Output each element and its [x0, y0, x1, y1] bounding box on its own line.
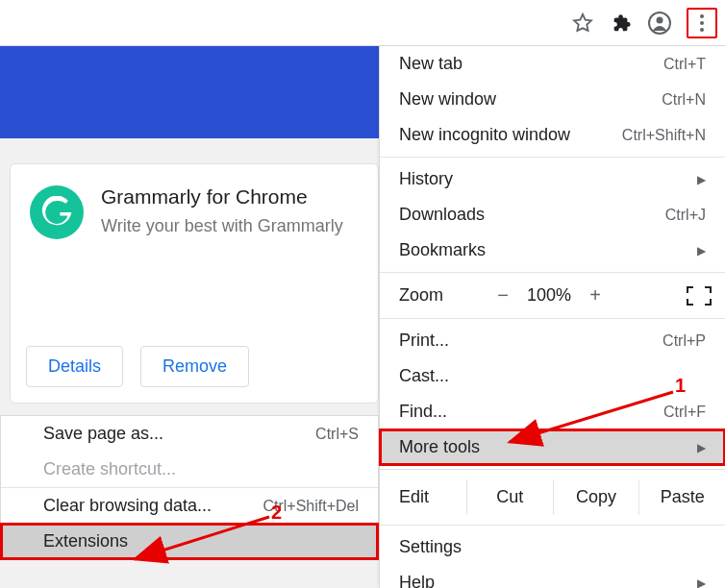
submenu-item-label: Extensions	[43, 531, 359, 551]
fullscreen-icon[interactable]	[687, 286, 712, 306]
star-icon[interactable]	[571, 12, 594, 35]
puzzle-icon[interactable]	[610, 12, 633, 35]
copy-button[interactable]: Copy	[553, 479, 639, 515]
menu-item-shortcut: Ctrl+J	[665, 207, 706, 224]
zoom-out-button[interactable]: −	[486, 284, 520, 306]
menu-item-label: Help	[399, 573, 697, 588]
submenu-clear-data[interactable]: Clear browsing data... Ctrl+Shift+Del	[1, 488, 378, 524]
edit-label: Edit	[399, 487, 466, 507]
submenu-item-label: Save page as...	[43, 424, 315, 444]
menu-item-shortcut: Ctrl+N	[662, 91, 706, 109]
menu-item-label: Print...	[399, 331, 662, 351]
chrome-main-menu: New tab Ctrl+T New window Ctrl+N New inc…	[379, 46, 725, 588]
menu-new-incognito[interactable]: New incognito window Ctrl+Shift+N	[380, 117, 725, 153]
menu-help[interactable]: Help ▶	[380, 565, 725, 588]
details-button[interactable]: Details	[26, 346, 123, 387]
menu-item-label: Cast...	[399, 366, 706, 386]
menu-item-label: Find...	[399, 402, 663, 422]
menu-item-label: New window	[399, 89, 662, 110]
chevron-right-icon: ▶	[697, 173, 706, 186]
menu-item-label: Downloads	[399, 205, 665, 225]
menu-new-window[interactable]: New window Ctrl+N	[380, 82, 725, 117]
submenu-item-label: Clear browsing data...	[43, 496, 262, 516]
menu-item-label: New incognito window	[399, 125, 622, 145]
extension-subtitle: Write your best with Grammarly	[101, 216, 343, 236]
remove-button[interactable]: Remove	[140, 346, 249, 387]
menu-item-label: Bookmarks	[399, 240, 697, 260]
menu-settings[interactable]: Settings	[380, 529, 725, 565]
menu-print[interactable]: Print... Ctrl+P	[380, 323, 725, 358]
menu-separator	[380, 525, 725, 526]
menu-more-tools[interactable]: More tools ▶	[380, 429, 725, 465]
menu-history[interactable]: History ▶	[380, 161, 725, 197]
svg-point-1	[657, 16, 663, 23]
chevron-right-icon: ▶	[697, 441, 706, 454]
submenu-item-shortcut: Ctrl+S	[315, 426, 359, 443]
zoom-value: 100%	[520, 285, 578, 306]
extension-title: Grammarly for Chrome	[101, 185, 343, 208]
cut-button[interactable]: Cut	[466, 479, 553, 515]
paste-button[interactable]: Paste	[638, 479, 725, 515]
menu-separator	[380, 318, 725, 319]
menu-downloads[interactable]: Downloads Ctrl+J	[380, 197, 725, 233]
menu-item-label: History	[399, 169, 697, 189]
menu-item-shortcut: Ctrl+T	[663, 56, 706, 73]
menu-item-label: Settings	[399, 537, 706, 557]
menu-item-shortcut: Ctrl+F	[663, 404, 706, 421]
menu-zoom: Zoom − 100% +	[380, 277, 725, 314]
chevron-right-icon: ▶	[697, 244, 706, 257]
menu-separator	[380, 469, 725, 470]
menu-item-label: More tools	[399, 437, 697, 457]
submenu-create-shortcut: Create shortcut...	[1, 452, 378, 487]
annotation-number-2: 2	[271, 502, 282, 524]
menu-find[interactable]: Find... Ctrl+F	[380, 394, 725, 429]
kebab-menu-icon[interactable]	[687, 8, 717, 38]
menu-separator	[380, 157, 725, 158]
zoom-label: Zoom	[399, 285, 486, 306]
submenu-save-page[interactable]: Save page as... Ctrl+S	[1, 416, 378, 452]
menu-bookmarks[interactable]: Bookmarks ▶	[380, 233, 725, 268]
menu-edit-row: Edit Cut Copy Paste	[380, 474, 725, 521]
submenu-extensions[interactable]: Extensions	[1, 524, 378, 559]
grammarly-logo-icon	[30, 185, 84, 239]
zoom-in-button[interactable]: +	[578, 284, 612, 306]
more-tools-submenu: Save page as... Ctrl+S Create shortcut..…	[0, 415, 379, 560]
chevron-right-icon: ▶	[697, 576, 706, 589]
submenu-item-label: Create shortcut...	[43, 459, 359, 479]
menu-item-shortcut: Ctrl+Shift+N	[622, 127, 706, 144]
menu-item-shortcut: Ctrl+P	[662, 332, 706, 350]
menu-item-label: New tab	[399, 54, 663, 74]
browser-toolbar	[0, 0, 725, 46]
annotation-number-1: 1	[675, 375, 686, 397]
header-band	[0, 46, 379, 138]
extension-card: Grammarly for Chrome Write your best wit…	[10, 163, 379, 404]
menu-new-tab[interactable]: New tab Ctrl+T	[380, 46, 725, 82]
menu-cast[interactable]: Cast...	[380, 358, 725, 394]
menu-separator	[380, 272, 725, 273]
profile-icon[interactable]	[648, 12, 671, 35]
